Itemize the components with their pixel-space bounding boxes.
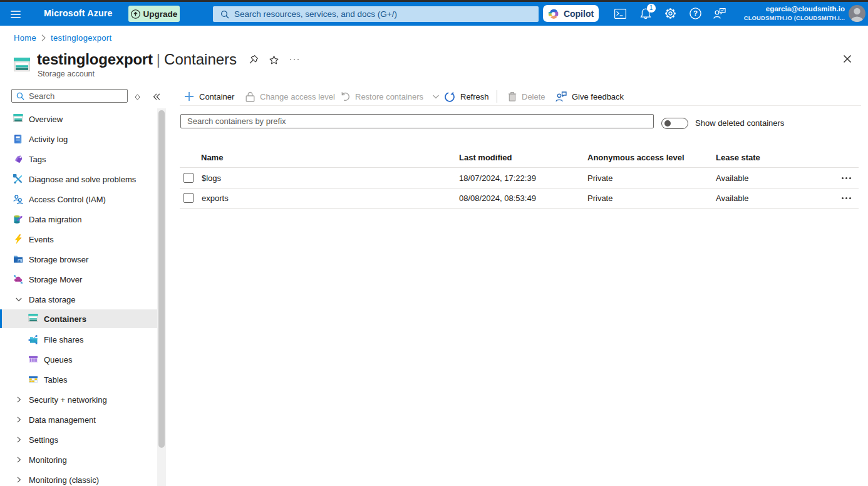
svg-text:?: ? [693, 9, 698, 17]
